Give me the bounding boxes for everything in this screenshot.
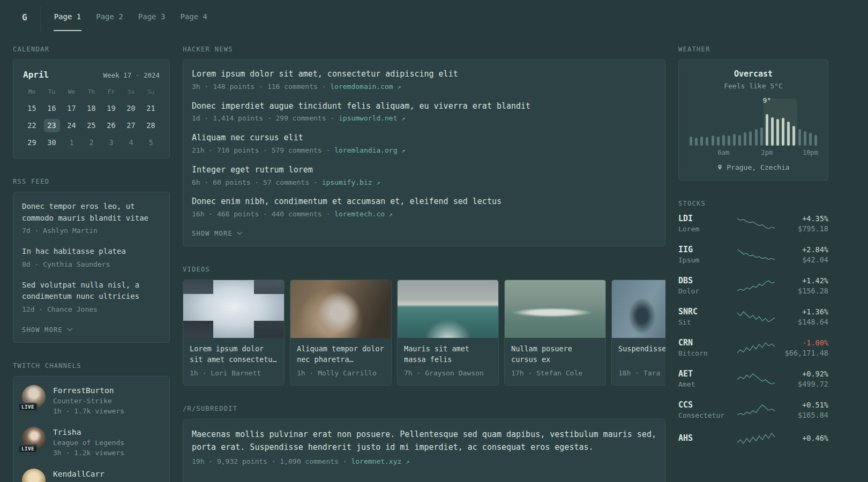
twitch-channel-name[interactable]: Trisha	[53, 427, 124, 436]
stock-price: $66,171.48	[781, 349, 828, 357]
video-title[interactable]: Lorem ipsum dolor sit amet consectetu…	[183, 338, 284, 365]
nav-tab-page-4[interactable]: Page 4	[179, 6, 208, 31]
weather-bar	[717, 137, 720, 146]
twitch-meta: 1h · 1.7k viewers	[53, 406, 124, 417]
twitch-avatar[interactable]: LIVE	[22, 385, 46, 409]
weather-chart-area: 9°	[690, 99, 817, 146]
video-thumbnail[interactable]	[290, 280, 391, 338]
twitch-live-badge: LIVE	[18, 445, 38, 453]
stock-sparkline-chart	[737, 310, 775, 323]
stock-row[interactable]: CCSConsectetur+0.51%$165.84	[678, 400, 828, 419]
hn-item-title[interactable]: Lorem ipsum dolor sit amet, consectetur …	[192, 69, 656, 80]
weather-condition: Overcast	[687, 69, 819, 79]
video-title[interactable]: Suspendisse diam	[612, 338, 665, 365]
video-meta: 17h · Stefan Cole	[505, 368, 605, 379]
stock-info: AETAmet	[678, 369, 731, 388]
stock-symbol: LDI	[678, 214, 731, 223]
weather-feels-like: Feels like 5°C	[687, 82, 819, 90]
calendar-day-headers: MoTuWeThFrSaSu	[22, 88, 161, 95]
weather-bar	[690, 137, 692, 146]
weather-bar	[814, 135, 817, 146]
stock-price: $165.84	[781, 411, 828, 419]
dashboard: G Page 1Page 2Page 3Page 4 CALENDAR Apri…	[0, 0, 868, 482]
stock-row[interactable]: IIGIpsum+2.84%$42.04	[678, 245, 828, 264]
stock-price: $156.28	[781, 287, 828, 295]
hn-item-meta: 3h · 148 points · 116 comments · loremdo…	[192, 82, 656, 92]
hn-item-domain[interactable]: loremdomain.com ↗	[330, 82, 401, 91]
rss-item-title[interactable]: In hac habitasse platea	[22, 246, 161, 258]
stock-name: Consectetur	[678, 411, 731, 419]
weather-bar	[776, 119, 779, 146]
twitch-channel-name[interactable]: ForrestBurton	[53, 385, 124, 395]
stock-row[interactable]: CRNBitcorn-1.00%$66,171.48	[678, 338, 828, 357]
hn-item-meta: 6h · 60 points · 57 comments · ipsumify.…	[192, 178, 656, 188]
stock-name: Amet	[678, 380, 731, 388]
hn-item: Lorem ipsum dolor sit amet, consectetur …	[192, 69, 656, 92]
stock-sparkline	[731, 278, 781, 292]
hn-item-domain[interactable]: loremtech.co ↗	[334, 210, 393, 218]
twitch-avatar[interactable]	[22, 469, 46, 482]
weather-bar	[749, 131, 752, 146]
stock-change: +4.35%	[781, 214, 828, 223]
stock-values: +2.84%$42.04	[781, 245, 828, 264]
nav-tab-page-3[interactable]: Page 3	[138, 6, 166, 31]
hn-item-domain[interactable]: ipsumworld.net ↗	[339, 114, 406, 122]
stock-row[interactable]: DBSDolor+1.42%$156.28	[678, 276, 828, 295]
weather-bar	[728, 135, 730, 146]
rss-item-title[interactable]: Donec tempor eros leo, ut commodo mauris…	[22, 201, 161, 224]
hn-item-domain[interactable]: loremlandia.org ↗	[334, 146, 405, 154]
rss-item-title[interactable]: Sed volutpat nulla nisl, a condimentum n…	[22, 280, 161, 303]
video-thumbnail[interactable]	[612, 280, 665, 338]
weather-bar	[695, 138, 698, 146]
hn-item-title[interactable]: Integer eget rutrum lorem	[192, 164, 656, 176]
video-thumbnail[interactable]	[505, 280, 605, 338]
app-logo[interactable]: G	[13, 6, 41, 31]
rss-show-more-button[interactable]: SHOW MORE	[22, 326, 71, 334]
stock-sparkline-chart	[737, 216, 775, 230]
hn-item-title[interactable]: Donec enim nibh, condimentum et accumsan…	[192, 196, 656, 208]
hn-item-title[interactable]: Donec imperdiet augue tincidunt felis al…	[192, 101, 656, 112]
video-thumbnail[interactable]	[183, 280, 284, 338]
video-title[interactable]: Aliquam tempor dolor nec pharetra…	[290, 338, 391, 365]
video-title[interactable]: Nullam posuere cursus ex	[505, 338, 605, 365]
twitch-channel-name[interactable]: KendallCarr	[53, 469, 104, 478]
nav-tab-page-2[interactable]: Page 2	[95, 6, 124, 31]
twitch-avatar[interactable]: LIVE	[22, 427, 46, 450]
subreddit-post-title[interactable]: Maecenas mollis pulvinar erat non posuer…	[192, 428, 656, 454]
stock-info: CCSConsectetur	[678, 400, 731, 419]
stock-symbol: DBS	[678, 276, 731, 285]
hn-item-domain[interactable]: ipsumify.biz ↗	[322, 178, 380, 186]
twitch-channel: KendallCarr	[22, 469, 161, 482]
calendar-day: 4	[123, 136, 139, 149]
video-card: Mauris sit amet massa felis7h · Grayson …	[397, 280, 499, 386]
video-title[interactable]: Mauris sit amet massa felis	[398, 338, 498, 365]
stock-row[interactable]: SNRCSit+1.36%$148.64	[678, 307, 828, 326]
video-thumbnail[interactable]	[398, 280, 498, 338]
stock-row[interactable]: AHS+0.46%	[678, 431, 828, 445]
stock-name: Bitcorn	[678, 349, 731, 357]
nav-tab-page-1[interactable]: Page 1	[54, 6, 82, 31]
calendar-day-header: Th	[88, 88, 95, 95]
weather-bar	[771, 117, 774, 146]
subreddit-post-domain[interactable]: loremnet.xyz ↗	[351, 457, 409, 465]
stock-price: $42.04	[781, 255, 828, 264]
hn-show-more-label: SHOW MORE	[192, 230, 233, 237]
twitch-widget: TWITCH CHANNELS LIVEForrestBurtonCounter…	[13, 362, 170, 482]
calendar-day-selected: 23	[44, 119, 60, 132]
hn-list: Lorem ipsum dolor sit amet, consectetur …	[192, 69, 656, 220]
calendar-header: April Week 17 · 2024	[22, 69, 161, 80]
calendar-widget-title: CALENDAR	[13, 46, 170, 53]
calendar-day: 18	[84, 102, 100, 115]
rss-widget: RSS FEED Donec tempor eros leo, ut commo…	[13, 178, 170, 343]
stock-row[interactable]: AETAmet+0.92%$499.72	[678, 369, 828, 388]
center-column: HACKER NEWS Lorem ipsum dolor sit amet, …	[183, 46, 665, 482]
external-link-icon: ↗	[398, 83, 401, 91]
calendar-day-header: Su	[147, 88, 154, 95]
hn-item-title[interactable]: Aliquam nec cursus elit	[192, 132, 656, 144]
hn-item-meta: 21h · 710 points · 579 comments · loreml…	[192, 146, 656, 156]
weather-bar	[787, 122, 790, 146]
hn-show-more-button[interactable]: SHOW MORE	[192, 230, 241, 237]
stock-sparkline-chart	[737, 341, 775, 355]
hn-item: Donec imperdiet augue tincidunt felis al…	[192, 101, 656, 124]
stock-row[interactable]: LDILorem+4.35%$795.18	[678, 214, 828, 233]
